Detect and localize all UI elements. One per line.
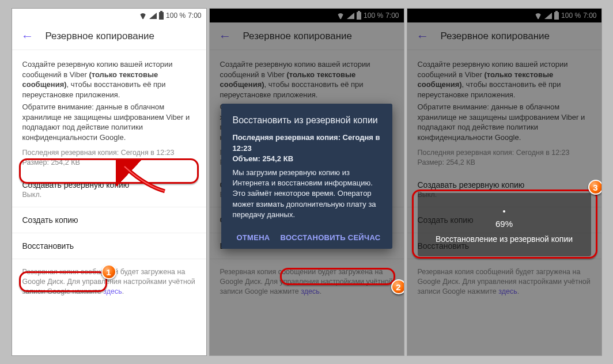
description-block: Создайте резервную копию вашей истории с… (407, 50, 601, 172)
battery-pct: 100 % (166, 12, 186, 20)
app-bar: ← Резервное копирование (407, 22, 601, 50)
phone-screen-1: 100 % 7:00 ← Резервное копирование Созда… (12, 8, 207, 356)
highlight-progress (412, 189, 597, 259)
last-backup-info: Последняя резервная копия: Сегодня в 12:… (418, 148, 591, 168)
signal-icon (347, 13, 354, 19)
status-bar: 100 % 7:00 (210, 9, 404, 22)
battery-pct: 100 % (561, 12, 581, 20)
footer-link[interactable]: здесь (103, 287, 122, 295)
footer-note: Резервная копия сообщений будет загружен… (407, 259, 601, 305)
status-bar: 100 % 7:00 (407, 9, 601, 22)
back-icon[interactable]: ← (21, 30, 34, 43)
dialog-size: Объем: 254,2 КВ (233, 154, 381, 164)
restore-now-button[interactable]: ВОССТАНОВИТЬ СЕЙЧАС (281, 233, 381, 243)
page-title: Резервное копирование (243, 31, 353, 42)
app-bar: ← Резервное копирование (210, 22, 404, 50)
step-badge-1: 1 (101, 264, 116, 279)
restore-label: Восстановить (22, 241, 74, 251)
phone-screen-3: 100 % 7:00 ← Резервное копирование Созда… (407, 8, 602, 356)
create-backup-row[interactable]: Создать копию (12, 207, 206, 233)
dialog-actions: ОТМЕНА ВОССТАНОВИТЬ СЕЙЧАС (233, 229, 381, 243)
highlight-last-backup (19, 158, 199, 184)
phone-screen-2: 100 % 7:00 ← Резервное копирование Созда… (209, 8, 404, 356)
signal-icon (544, 13, 552, 19)
step-badge-2: 2 (391, 279, 404, 294)
page-title: Резервное копирование (441, 31, 550, 42)
battery-icon (554, 12, 559, 20)
restore-row[interactable]: Восстановить (12, 233, 206, 259)
battery-pct: 100 % (364, 12, 383, 20)
clock: 7:00 (188, 12, 201, 20)
restore-dialog: Восстановить из резервной копии Последня… (221, 104, 392, 249)
clock: 7:00 (385, 12, 399, 20)
create-backup-label: Создать копию (22, 215, 78, 225)
highlight-restore-button (19, 271, 107, 292)
signal-icon (149, 13, 157, 19)
battery-icon (357, 12, 361, 20)
last-backup-date: Последняя резервная копия: Сегодня в 12:… (22, 148, 196, 158)
cancel-button[interactable]: ОТМЕНА (236, 233, 270, 243)
step-badge-3: 3 (588, 180, 602, 195)
dialog-body-1: Мы загрузим резервную копию из Интернета… (233, 168, 381, 188)
app-bar: ← Резервное копирование (12, 22, 206, 50)
wifi-icon (534, 13, 542, 19)
status-bar: 100 % 7:00 (12, 9, 206, 22)
clock: 7:00 (583, 12, 596, 20)
dialog-body-2: Это займёт некоторое время. Оператор мож… (233, 188, 381, 220)
highlight-restore-now (280, 268, 395, 285)
description-block: Создайте резервную копию вашей истории с… (12, 50, 206, 172)
back-icon[interactable]: ← (417, 30, 429, 43)
desc-note: Обратите внимание: данные в облачном хра… (22, 102, 196, 142)
dialog-last-date: Последняя резервная копия: Сегодня в 12:… (233, 132, 381, 153)
page-title: Резервное копирование (46, 31, 155, 42)
auto-backup-value: Выкл. (22, 191, 196, 199)
wifi-icon (336, 13, 345, 19)
wifi-icon (139, 13, 147, 19)
dialog-title: Восстановить из резервной копии (233, 114, 381, 127)
back-icon[interactable]: ← (219, 30, 232, 43)
battery-icon (159, 12, 164, 20)
